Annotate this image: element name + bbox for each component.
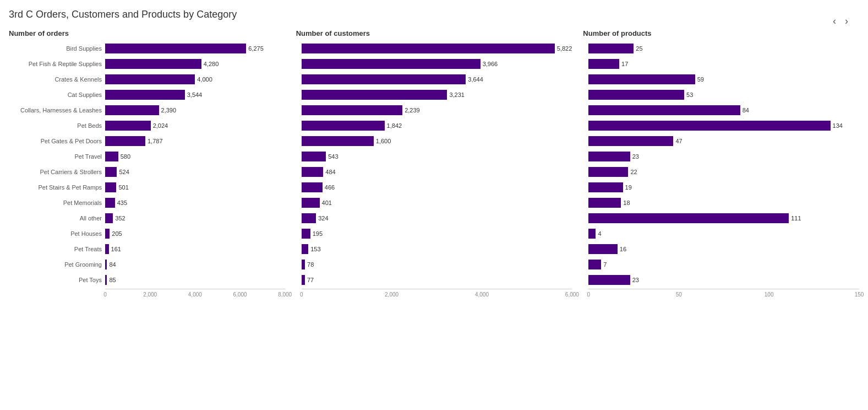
bar — [302, 167, 324, 177]
bar-wrap: 153 — [302, 244, 572, 254]
bar-wrap: 19 — [588, 182, 859, 192]
bar-row: Crates & Kennels4,000 — [9, 73, 285, 86]
bar-value: 4,000 — [197, 76, 212, 83]
bar — [588, 167, 628, 177]
bar — [105, 152, 118, 161]
bar-value: 580 — [121, 153, 130, 160]
bar — [588, 44, 634, 53]
bar-row: Pet Memorials435 — [9, 196, 285, 209]
bar-row: 401 — [296, 196, 572, 209]
bar-wrap: 23 — [588, 275, 859, 285]
bar — [588, 229, 596, 239]
bar-row: 23 — [583, 273, 859, 287]
x-tick: 2,000 — [385, 292, 398, 298]
bar-value: 78 — [307, 261, 314, 268]
bar-value: 84 — [743, 107, 749, 114]
bar-row: 543 — [296, 150, 572, 163]
bar — [588, 136, 673, 146]
bar-row: 22 — [583, 165, 859, 179]
x-tick: 0 — [103, 292, 107, 298]
bar-row: 59 — [583, 73, 859, 86]
bar-row: 111 — [583, 212, 859, 225]
bar-value: 85 — [109, 277, 116, 283]
x-axis-orders: 02,0004,0006,0008,000 — [105, 289, 285, 302]
bar-wrap: 5,822 — [302, 44, 572, 53]
bar-row: Pet Houses205 — [9, 227, 285, 240]
bar-value: 19 — [625, 184, 632, 191]
bar — [302, 260, 305, 269]
bar-value: 401 — [322, 199, 332, 206]
bar-row: 25 — [583, 42, 859, 55]
bar-wrap: 1,842 — [302, 121, 572, 131]
chart-section-customers: Number of customers5,8223,9663,6443,2312… — [296, 29, 583, 302]
bar-row: 84 — [583, 104, 859, 117]
bar-value: 2,390 — [161, 107, 177, 114]
bar-value: 4 — [598, 230, 601, 237]
bar-value: 435 — [117, 199, 127, 206]
bar — [588, 213, 789, 223]
bar-wrap: 205 — [105, 229, 285, 239]
chart-section-products: Number of products2517595384134472322191… — [583, 29, 859, 302]
next-button[interactable]: › — [843, 15, 850, 27]
bar-label: Pet Houses — [9, 230, 105, 237]
bar-row: 134 — [583, 119, 859, 132]
bar — [105, 136, 145, 146]
bar-wrap: 3,644 — [302, 74, 572, 84]
bar — [588, 182, 623, 192]
bar — [302, 152, 326, 161]
bar-value: 3,231 — [449, 91, 465, 98]
bar — [302, 44, 555, 53]
bar — [105, 59, 201, 69]
bar-value: 543 — [328, 153, 338, 160]
bar-row: 17 — [583, 57, 859, 71]
bar-row: 78 — [296, 258, 572, 271]
bar-wrap: 84 — [588, 105, 859, 115]
x-tick: 150 — [855, 292, 864, 298]
bar-row: Pet Toys85 — [9, 273, 285, 287]
bar — [302, 105, 402, 115]
bar-wrap: 134 — [588, 121, 859, 131]
bar-row: 2,239 — [296, 104, 572, 117]
bar-label: Crates & Kennels — [9, 76, 105, 83]
x-tick: 6,000 — [233, 292, 247, 298]
bar — [105, 167, 117, 177]
x-axis-customers: 02,0004,0006,000 — [302, 289, 572, 302]
bar-wrap: 23 — [588, 152, 859, 161]
prev-button[interactable]: ‹ — [831, 15, 838, 27]
bar-row: 195 — [296, 227, 572, 240]
x-tick: 0 — [300, 292, 303, 298]
bar-wrap: 3,231 — [302, 90, 572, 100]
bar-label: Pet Fish & Reptile Supplies — [9, 61, 105, 67]
bar-row: 324 — [296, 212, 572, 225]
bar-value: 5,822 — [557, 45, 572, 52]
bar-row: 5,822 — [296, 42, 572, 55]
bar — [105, 275, 107, 285]
bar-wrap: 435 — [105, 198, 285, 208]
x-tick: 0 — [587, 292, 591, 298]
bar — [588, 244, 617, 254]
bar — [105, 198, 115, 208]
bar-row: 1,600 — [296, 134, 572, 148]
bar-wrap: 16 — [588, 244, 859, 254]
bar-row: 53 — [583, 88, 859, 101]
bar-wrap: 466 — [302, 182, 572, 192]
bar-value: 352 — [115, 215, 125, 222]
bar — [302, 275, 305, 285]
bar — [302, 182, 323, 192]
bar-value: 1,600 — [376, 138, 391, 144]
bar-value: 3,966 — [483, 61, 498, 67]
bar-wrap: 501 — [105, 182, 285, 192]
bar-value: 22 — [630, 169, 637, 175]
bar-value: 53 — [686, 91, 693, 98]
bar-value: 84 — [109, 261, 116, 268]
bar-row: 3,231 — [296, 88, 572, 101]
bar-wrap: 161 — [105, 244, 285, 254]
bar-wrap: 195 — [302, 229, 572, 239]
bar — [588, 121, 830, 131]
bar-wrap: 22 — [588, 167, 859, 177]
bar-wrap: 3,544 — [105, 90, 285, 100]
bar-label: Pet Treats — [9, 246, 105, 252]
bar-value: 501 — [118, 184, 128, 191]
bar-row: 3,644 — [296, 73, 572, 86]
bar — [302, 121, 385, 131]
